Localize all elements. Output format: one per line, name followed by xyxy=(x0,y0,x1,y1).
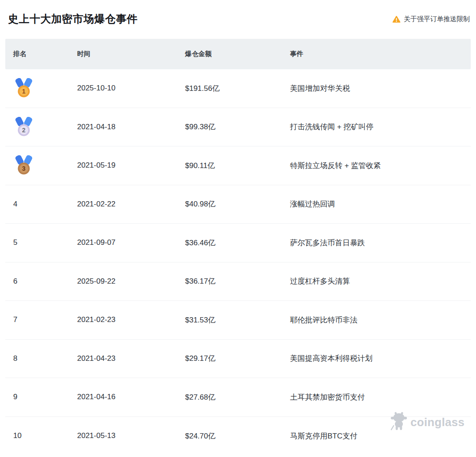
row-event: 美国提高资本利得税计划 xyxy=(290,353,463,363)
gold-medal-icon: 1 xyxy=(15,78,33,98)
row-time: 2021-04-16 xyxy=(77,393,185,401)
row-time: 2021-02-22 xyxy=(77,200,185,209)
table-row: 3 2021-05-19 $90.11亿 特斯拉立场反转 + 监管收紧 xyxy=(5,146,471,185)
rank-number: 7 xyxy=(13,315,17,324)
row-time: 2021-02-23 xyxy=(77,315,185,324)
header-amount: 爆仓金额 xyxy=(185,50,290,58)
row-amount: $99.38亿 xyxy=(185,122,290,132)
row-event: 打击洗钱传闻 + 挖矿叫停 xyxy=(290,122,463,132)
rank-number: 9 xyxy=(13,393,17,401)
row-time: 2021-05-19 xyxy=(77,161,185,170)
rank-number: 8 xyxy=(13,354,17,363)
row-amount: $36.17亿 xyxy=(185,276,290,286)
row-amount: $27.68亿 xyxy=(185,392,290,402)
row-time: 2025-10-10 xyxy=(77,84,185,93)
table-header-row: 排名 时间 爆仓金额 事件 xyxy=(5,39,471,69)
row-amount: $40.98亿 xyxy=(185,199,290,209)
row-time: 2021-04-23 xyxy=(77,354,185,363)
rank-number: 3 xyxy=(22,165,26,172)
rank-number: 6 xyxy=(13,277,17,286)
table-row: 2 2021-04-18 $99.38亿 打击洗钱传闻 + 挖矿叫停 xyxy=(5,108,471,147)
warning-icon xyxy=(392,15,401,23)
rank-number: 2 xyxy=(22,127,26,134)
table-row: 7 2021-02-23 $31.53亿 耶伦批评比特币非法 xyxy=(5,301,471,340)
row-amount: $90.11亿 xyxy=(185,161,290,171)
row-time: 2025-09-22 xyxy=(77,277,185,286)
table-row: 6 2025-09-22 $36.17亿 过度杠杆多头清算 xyxy=(5,262,471,301)
page-title: 史上十大加密市场爆仓事件 xyxy=(8,11,138,26)
header-event: 事件 xyxy=(290,50,463,58)
row-time: 2021-05-13 xyxy=(77,431,185,440)
row-time: 2021-04-18 xyxy=(77,123,185,131)
liquidation-notice-link[interactable]: 关于强平订单推送限制 xyxy=(392,11,470,26)
rank-number: 10 xyxy=(13,431,22,440)
row-amount: $191.56亿 xyxy=(185,83,290,94)
row-amount: $29.17亿 xyxy=(185,353,290,363)
row-event: 马斯克停用BTC支付 xyxy=(290,431,463,441)
header-time: 时间 xyxy=(77,50,185,58)
row-event: 过度杠杆多头清算 xyxy=(290,276,463,286)
row-amount: $36.46亿 xyxy=(185,238,290,248)
rank-number: 4 xyxy=(13,200,17,209)
row-event: 美国增加对华关税 xyxy=(290,83,463,94)
row-amount: $24.70亿 xyxy=(185,431,290,441)
row-amount: $31.53亿 xyxy=(185,315,290,325)
liquidation-table: 排名 时间 爆仓金额 事件 1 2025-10-10 $191.56亿 美国增加… xyxy=(5,39,471,455)
row-event: 萨尔瓦多法币首日暴跌 xyxy=(290,238,463,248)
table-row: 5 2021-09-07 $36.46亿 萨尔瓦多法币首日暴跌 xyxy=(5,224,471,262)
row-time: 2021-09-07 xyxy=(77,238,185,247)
topbar: 史上十大加密市场爆仓事件 关于强平订单推送限制 xyxy=(0,0,476,26)
table-row: 8 2021-04-23 $29.17亿 美国提高资本利得税计划 xyxy=(5,340,471,378)
bronze-medal-icon: 3 xyxy=(15,155,33,176)
header-rank: 排名 xyxy=(13,50,77,58)
table-row: 1 2025-10-10 $191.56亿 美国增加对华关税 xyxy=(5,69,471,108)
rank-number: 1 xyxy=(22,88,26,95)
row-event: 涨幅过热回调 xyxy=(290,199,463,209)
rank-number: 5 xyxy=(13,238,17,247)
table-row: 10 2021-05-13 $24.70亿 马斯克停用BTC支付 xyxy=(5,417,471,456)
row-event: 土耳其禁加密货币支付 xyxy=(290,392,463,402)
notice-label: 关于强平订单推送限制 xyxy=(404,11,470,26)
silver-medal-icon: 2 xyxy=(15,117,33,137)
row-event: 特斯拉立场反转 + 监管收紧 xyxy=(290,161,463,171)
table-row: 9 2021-04-16 $27.68亿 土耳其禁加密货币支付 xyxy=(5,378,471,417)
table-row: 4 2021-02-22 $40.98亿 涨幅过热回调 xyxy=(5,185,471,224)
row-event: 耶伦批评比特币非法 xyxy=(290,315,463,325)
